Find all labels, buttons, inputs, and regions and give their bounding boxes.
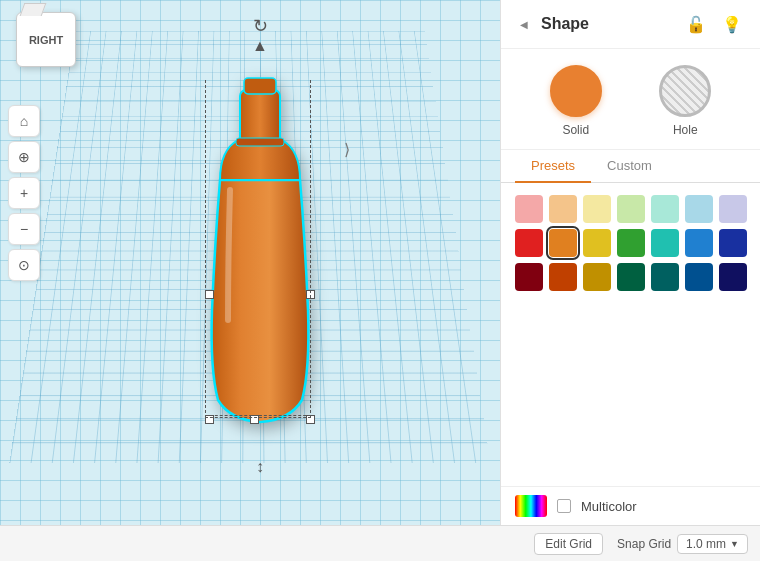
color-swatch[interactable] xyxy=(651,229,679,257)
lock-button[interactable]: 🔓 xyxy=(682,10,710,38)
hole-circle xyxy=(659,65,711,117)
snap-value-selector[interactable]: 1.0 mm ▼ xyxy=(677,534,748,554)
svg-rect-0 xyxy=(240,90,280,145)
edit-grid-button[interactable]: Edit Grid xyxy=(534,533,603,555)
plus-icon: + xyxy=(20,185,28,201)
bottle-svg xyxy=(200,60,320,430)
rotate-arrow-down: ↕ xyxy=(256,458,264,475)
rotate-arc-icon: ↻ xyxy=(253,15,268,37)
shape-type-hole[interactable]: Hole xyxy=(659,65,711,137)
bottle-object[interactable]: ↻ ▲ ↕ ⟩ xyxy=(200,60,320,434)
bulb-icon: 💡 xyxy=(722,15,742,34)
color-swatch[interactable] xyxy=(651,263,679,291)
color-swatch[interactable] xyxy=(617,263,645,291)
color-swatch[interactable] xyxy=(583,263,611,291)
color-swatch[interactable] xyxy=(685,263,713,291)
color-swatch[interactable] xyxy=(719,263,747,291)
bottom-bar: Edit Grid Snap Grid 1.0 mm ▼ xyxy=(0,525,760,561)
right-arrow-icon: ⟩ xyxy=(344,141,350,158)
tabs-row: Presets Custom xyxy=(501,150,760,183)
color-swatch[interactable] xyxy=(617,229,645,257)
zoom-in-button[interactable]: + xyxy=(8,177,40,209)
color-swatch-selected[interactable] xyxy=(549,229,577,257)
home-button[interactable]: ⌂ xyxy=(8,105,40,137)
multicolor-row: Multicolor xyxy=(501,486,760,525)
color-swatch[interactable] xyxy=(719,195,747,223)
solid-circle xyxy=(550,65,602,117)
main-area: RIGHT ⌂ ⊕ + − ⊙ xyxy=(0,0,760,525)
hole-label: Hole xyxy=(673,123,698,137)
align-button[interactable]: ⊙ xyxy=(8,249,40,281)
color-swatch[interactable] xyxy=(515,229,543,257)
multicolor-checkbox[interactable] xyxy=(557,499,571,513)
shape-type-solid[interactable]: Solid xyxy=(550,65,602,137)
color-row-1 xyxy=(515,195,746,223)
color-swatch[interactable] xyxy=(583,195,611,223)
zoom-out-button[interactable]: − xyxy=(8,213,40,245)
rotate-arrow-up: ▲ xyxy=(252,37,268,55)
color-row-3 xyxy=(515,263,746,291)
color-swatch[interactable] xyxy=(515,263,543,291)
solid-label: Solid xyxy=(562,123,589,137)
color-swatch[interactable] xyxy=(583,229,611,257)
color-swatch[interactable] xyxy=(651,195,679,223)
arrow-right[interactable]: ⟩ xyxy=(344,140,350,159)
color-swatch[interactable] xyxy=(685,195,713,223)
color-swatch[interactable] xyxy=(685,229,713,257)
chevron-down-icon: ▼ xyxy=(730,539,739,549)
multicolor-label: Multicolor xyxy=(581,499,637,514)
color-row-2 xyxy=(515,229,746,257)
color-swatch[interactable] xyxy=(617,195,645,223)
panel-collapse-button[interactable]: ◀ xyxy=(515,15,533,33)
select-button[interactable]: ⊕ xyxy=(8,141,40,173)
svg-rect-1 xyxy=(244,78,276,94)
tab-custom[interactable]: Custom xyxy=(591,150,668,183)
svg-rect-2 xyxy=(236,138,284,146)
view-cube-face[interactable]: RIGHT xyxy=(16,12,76,67)
tab-presets[interactable]: Presets xyxy=(515,150,591,183)
view-cube-label: RIGHT xyxy=(29,34,63,46)
rotate-bottom[interactable]: ↕ xyxy=(256,458,264,476)
rotate-top[interactable]: ↻ ▲ xyxy=(252,15,268,55)
panel-header: ◀ Shape 🔓 💡 xyxy=(501,0,760,49)
left-toolbar: ⌂ ⊕ + − ⊙ xyxy=(8,105,40,281)
panel-title: Shape xyxy=(541,15,674,33)
color-swatch[interactable] xyxy=(719,229,747,257)
shape-types-section: Solid Hole xyxy=(501,49,760,150)
home-icon: ⌂ xyxy=(20,113,28,129)
color-swatch[interactable] xyxy=(549,263,577,291)
snap-grid-area: Snap Grid 1.0 mm ▼ xyxy=(617,534,748,554)
multicolor-strip xyxy=(515,495,547,517)
info-button[interactable]: 💡 xyxy=(718,10,746,38)
color-swatch[interactable] xyxy=(515,195,543,223)
snap-value-text: 1.0 mm xyxy=(686,537,726,551)
select-icon: ⊕ xyxy=(18,149,30,165)
viewport[interactable]: RIGHT ⌂ ⊕ + − ⊙ xyxy=(0,0,500,525)
right-panel: ◀ Shape 🔓 💡 Solid Hole Presets xyxy=(500,0,760,525)
color-swatch[interactable] xyxy=(549,195,577,223)
collapse-icon: ◀ xyxy=(520,19,528,30)
align-icon: ⊙ xyxy=(18,257,30,273)
lock-icon: 🔓 xyxy=(686,15,706,34)
snap-grid-label: Snap Grid xyxy=(617,537,671,551)
view-cube[interactable]: RIGHT xyxy=(16,12,86,92)
color-grid xyxy=(501,183,760,486)
minus-icon: − xyxy=(20,221,28,237)
